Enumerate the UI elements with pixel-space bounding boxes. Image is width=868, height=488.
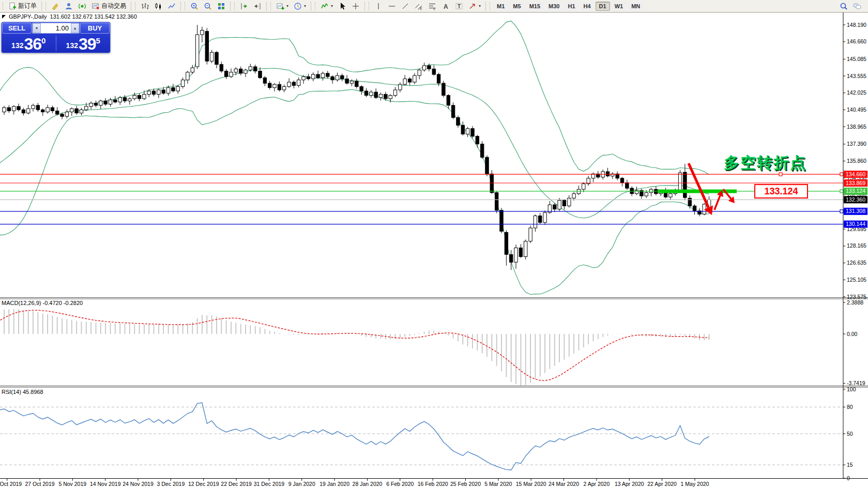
timeframe-mn-button[interactable]: MN (628, 2, 644, 11)
toolbar-drag-handle (45, 2, 47, 10)
text-label-button[interactable]: T (453, 1, 465, 11)
crosshair-button[interactable] (349, 1, 362, 11)
chart-canvas[interactable]: 148.190146.660145.085143.555142.025140.4… (0, 0, 868, 488)
svg-text:17 Oct 2019: 17 Oct 2019 (0, 481, 22, 487)
volume-increase-button[interactable]: ▴ (71, 23, 79, 33)
timeframe-m30-button[interactable]: M30 (545, 2, 563, 11)
vertical-line-button[interactable] (372, 1, 385, 11)
dropdown-caret-icon: ▾ (479, 4, 481, 8)
text-annotation[interactable]: 多空转折点 (724, 152, 806, 174)
svg-text:12 Dec 2019: 12 Dec 2019 (188, 481, 219, 487)
timeframe-h4-button[interactable]: H4 (580, 2, 595, 11)
svg-text:19 Jan 2020: 19 Jan 2020 (319, 481, 349, 487)
buy-price[interactable]: 132395 (56, 34, 111, 53)
svg-text:22 Apr 2020: 22 Apr 2020 (647, 481, 677, 487)
indicators-button[interactable]: ▾ (318, 1, 335, 11)
svg-text:E: E (420, 7, 422, 10)
new-order-button[interactable]: 新订单 (6, 1, 39, 11)
arrows-tool-icon (468, 2, 477, 10)
horizontal-line-button[interactable] (386, 1, 398, 11)
trendline-button[interactable] (399, 1, 412, 11)
svg-text:143.555: 143.555 (847, 73, 866, 79)
text-button[interactable]: A (439, 1, 452, 11)
timeframe-m15-button[interactable]: M15 (526, 2, 544, 11)
toolbar-drag-handle (234, 2, 236, 10)
community-button[interactable] (63, 1, 75, 11)
bars-chart-icon (141, 2, 149, 10)
hline-icon (388, 2, 396, 10)
svg-text:3 Dec 2019: 3 Dec 2019 (157, 481, 185, 487)
tile-windows-button[interactable] (215, 1, 227, 11)
tile-windows-icon (217, 2, 225, 10)
svg-text:15: 15 (847, 462, 853, 468)
volume-value[interactable]: 1.00 (41, 23, 71, 33)
fibonacci-button[interactable]: F (426, 1, 438, 11)
svg-text:148.190: 148.190 (847, 22, 866, 28)
new-chart-button[interactable]: ▾ (274, 1, 291, 11)
svg-text:16 Feb 2020: 16 Feb 2020 (418, 481, 448, 487)
zoom-out-button[interactable] (202, 1, 214, 11)
toolbar-separator (485, 2, 486, 11)
profiles-button[interactable]: ▾ (292, 1, 308, 11)
bar-chart-mode-button[interactable] (139, 1, 151, 11)
arrows-tool-button[interactable]: ▾ (466, 1, 483, 11)
auto-scroll-button[interactable] (238, 1, 250, 11)
search-button[interactable] (837, 1, 850, 11)
chat-button[interactable] (851, 1, 863, 11)
svg-text:146.660: 146.660 (847, 38, 866, 44)
svg-text:145.085: 145.085 (847, 56, 866, 62)
svg-text:138.965: 138.965 (847, 124, 866, 130)
svg-text:5 Mar 2020: 5 Mar 2020 (484, 481, 512, 487)
volume-decrease-button[interactable]: ▾ (33, 23, 41, 33)
sell-button[interactable]: SELL (2, 23, 32, 34)
svg-text:31 Dec 2019: 31 Dec 2019 (254, 481, 285, 487)
svg-text:126.635: 126.635 (847, 260, 866, 266)
timeframe-w1-button[interactable]: W1 (611, 2, 627, 11)
autotrading-button[interactable]: 自动交易 (89, 1, 128, 11)
svg-text:100: 100 (847, 386, 856, 392)
volume-stepper[interactable]: ▾ 1.00 ▴ (32, 23, 80, 34)
svg-text:25 Feb 2020: 25 Feb 2020 (450, 481, 481, 487)
one-click-trading-panel[interactable]: SELL ▾ 1.00 ▴ BUY 132360 132395 (1, 22, 111, 53)
zoom-in-button[interactable] (188, 1, 201, 11)
price-level-label[interactable]: 133.124 (754, 184, 808, 199)
indicators-icon (321, 2, 329, 10)
line-chart-mode-button[interactable] (165, 1, 178, 11)
sell-price[interactable]: 132360 (2, 34, 56, 53)
toolbar-separator (364, 2, 365, 11)
chat-icon (853, 2, 861, 10)
chart-shift-icon (253, 2, 262, 10)
toolbar-drag-handle (315, 2, 316, 10)
toolbar: 新订单自动交易▾▾▾EFAT▾M1M5M15M30H1H4D1W1MN (0, 0, 868, 12)
collapse-trade-panel-icon[interactable] (2, 15, 6, 19)
timeframe-d1-button[interactable]: D1 (596, 2, 610, 11)
toolbar-drag-handle (490, 2, 491, 10)
buy-button[interactable]: BUY (80, 23, 110, 34)
svg-text:27 Oct 2019: 27 Oct 2019 (25, 481, 54, 487)
profiles-icon (294, 2, 302, 10)
candlestick-mode-button[interactable] (152, 1, 164, 11)
signals-button[interactable] (76, 1, 88, 11)
svg-text:50: 50 (847, 431, 853, 437)
toolbar-separator (230, 2, 231, 11)
chart-title: GBPJPY-,Daily 131.602 132.672 131.542 13… (2, 13, 137, 20)
svg-text:T: T (458, 4, 461, 9)
equidistant-channel-button[interactable]: E (413, 1, 425, 11)
timeframe-m1-button[interactable]: M1 (493, 2, 508, 11)
svg-text:0: 0 (847, 475, 850, 481)
metaeditor-button[interactable] (49, 1, 62, 11)
fibo-icon: F (428, 2, 436, 10)
dropdown-caret-icon: ▾ (331, 4, 333, 8)
chart-ohlc-readout: 131.602 132.672 131.542 132.360 (50, 13, 137, 20)
cursor-button[interactable] (336, 1, 348, 11)
search-icon (840, 2, 848, 10)
dropdown-caret-icon: ▾ (286, 4, 288, 8)
new-order-label: 新订单 (18, 2, 37, 10)
timeframe-h1-button[interactable]: H1 (564, 2, 578, 11)
trendline-icon (401, 2, 409, 10)
chart-shift-button[interactable] (251, 1, 264, 11)
candles-chart-icon (154, 2, 162, 10)
doc-plus-icon (8, 2, 17, 10)
timeframe-m5-button[interactable]: M5 (509, 2, 524, 11)
svg-text:133.869: 133.869 (846, 180, 865, 186)
